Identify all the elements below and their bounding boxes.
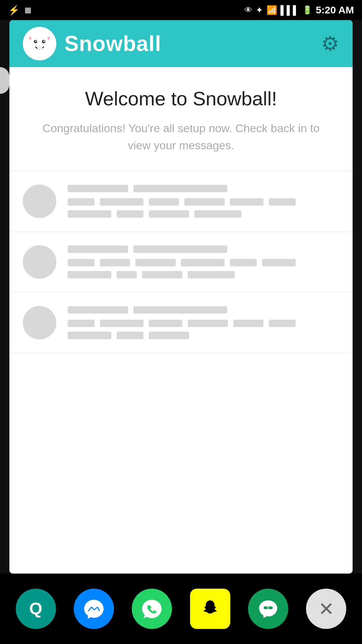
skeleton-line bbox=[194, 210, 241, 218]
skeleton-line bbox=[100, 259, 130, 266]
svg-point-9 bbox=[29, 37, 32, 40]
skeleton-line bbox=[149, 332, 189, 339]
list-item bbox=[9, 171, 353, 232]
svg-point-3 bbox=[35, 41, 37, 42]
skeleton-line bbox=[133, 185, 227, 192]
skeleton-line bbox=[117, 271, 137, 278]
skeleton-row bbox=[68, 259, 339, 266]
dock-snapchat[interactable] bbox=[190, 589, 230, 629]
skeleton-line bbox=[100, 320, 143, 327]
dock-hangouts[interactable] bbox=[248, 589, 288, 629]
svg-rect-6 bbox=[40, 47, 42, 49]
svg-rect-11 bbox=[264, 606, 268, 609]
skeleton-line bbox=[68, 185, 128, 192]
snapchat-icon bbox=[198, 597, 222, 621]
svg-point-10 bbox=[48, 37, 50, 40]
header-left: Snowball bbox=[23, 27, 161, 60]
skeleton-row bbox=[68, 271, 339, 278]
title-row bbox=[68, 185, 339, 192]
welcome-section: Welcome to Snowball! Congratulations! Yo… bbox=[9, 67, 353, 171]
skeleton-line bbox=[262, 259, 296, 266]
bg-left bbox=[0, 20, 9, 644]
skeleton-line bbox=[149, 320, 182, 327]
skeleton-line bbox=[68, 198, 95, 206]
logo-svg bbox=[26, 30, 53, 57]
skeleton-line bbox=[230, 259, 257, 266]
app-title: Snowball bbox=[64, 31, 161, 56]
content-placeholder bbox=[68, 306, 339, 339]
settings-icon[interactable]: ⚙ bbox=[321, 32, 339, 55]
skeleton-line bbox=[68, 332, 111, 339]
content-placeholder bbox=[68, 246, 339, 278]
whatsapp-icon bbox=[140, 597, 164, 621]
hangouts-icon bbox=[256, 597, 280, 621]
skeleton-row bbox=[68, 210, 339, 218]
skeleton-line bbox=[149, 198, 179, 206]
title-row bbox=[68, 246, 339, 253]
body-lines bbox=[68, 198, 339, 218]
body-lines bbox=[68, 320, 339, 339]
status-bar: ⚡ ▦ 👁 ✦ 📶 ▌▌▌ 🔋 5:20 AM bbox=[0, 0, 362, 20]
skeleton-line bbox=[188, 320, 228, 327]
avatar-placeholder bbox=[23, 245, 56, 279]
skeleton-line bbox=[68, 246, 128, 253]
status-bar-left: ⚡ ▦ bbox=[8, 5, 32, 16]
skeleton-line bbox=[68, 271, 111, 278]
status-time: 5:20 AM bbox=[316, 4, 354, 16]
skeleton-line bbox=[233, 320, 263, 327]
skeleton-row bbox=[68, 320, 339, 327]
list-item bbox=[9, 232, 353, 292]
bg-right bbox=[353, 20, 362, 644]
skeleton-line bbox=[117, 332, 143, 339]
svg-rect-5 bbox=[38, 47, 40, 49]
status-bar-right: 👁 ✦ 📶 ▌▌▌ 🔋 5:20 AM bbox=[244, 4, 354, 16]
avatar-placeholder bbox=[23, 306, 56, 339]
messenger-icon bbox=[82, 597, 106, 621]
skeleton-line bbox=[100, 198, 143, 206]
message-list bbox=[9, 171, 353, 353]
skeleton-line bbox=[142, 271, 182, 278]
skeleton-line bbox=[133, 246, 227, 253]
main-card: Snowball ⚙ Welcome to Snowball! Congratu… bbox=[9, 20, 353, 574]
list-item bbox=[9, 292, 353, 353]
battery-icon: 🔋 bbox=[302, 5, 312, 15]
signal-icon: ▌▌▌ bbox=[281, 5, 299, 15]
skeleton-line bbox=[133, 306, 227, 314]
skeleton-line bbox=[181, 259, 225, 266]
wifi-icon: 📶 bbox=[266, 5, 277, 15]
skeleton-line bbox=[188, 271, 235, 278]
content-placeholder bbox=[68, 185, 339, 218]
skeleton-line bbox=[117, 210, 143, 218]
body-lines bbox=[68, 259, 339, 278]
dock-close[interactable]: ✕ bbox=[306, 589, 346, 629]
skeleton-line bbox=[149, 210, 189, 218]
skeleton-line bbox=[269, 198, 296, 206]
skeleton-line bbox=[68, 320, 95, 327]
skeleton-row bbox=[68, 198, 339, 206]
avatar-placeholder bbox=[23, 184, 56, 218]
q-icon: Q bbox=[29, 599, 42, 619]
bluetooth-icon: ✦ bbox=[256, 5, 263, 15]
eye-icon: 👁 bbox=[244, 5, 252, 15]
dock-q-app[interactable]: Q bbox=[16, 589, 56, 629]
skeleton-line bbox=[184, 198, 225, 206]
skeleton-line bbox=[135, 259, 176, 266]
skeleton-line bbox=[68, 306, 128, 314]
skeleton-line bbox=[269, 320, 296, 327]
skeleton-line bbox=[68, 259, 95, 266]
svg-rect-12 bbox=[268, 606, 273, 609]
welcome-subtitle: Congratulations! You're all setup now. C… bbox=[29, 120, 333, 154]
title-row bbox=[68, 306, 339, 314]
skeleton-line bbox=[230, 198, 263, 206]
welcome-title: Welcome to Snowball! bbox=[29, 87, 333, 110]
usb-icon: ⚡ bbox=[8, 5, 20, 16]
svg-point-4 bbox=[43, 41, 45, 42]
app-header: Snowball ⚙ bbox=[9, 20, 353, 67]
bottom-dock: Q ✕ bbox=[0, 574, 362, 644]
voicemail-icon: ▦ bbox=[24, 6, 32, 14]
dock-whatsapp[interactable] bbox=[132, 589, 172, 629]
dock-messenger[interactable] bbox=[74, 589, 114, 629]
skeleton-row bbox=[68, 332, 339, 339]
skeleton-line bbox=[68, 210, 111, 218]
app-logo bbox=[23, 27, 56, 60]
